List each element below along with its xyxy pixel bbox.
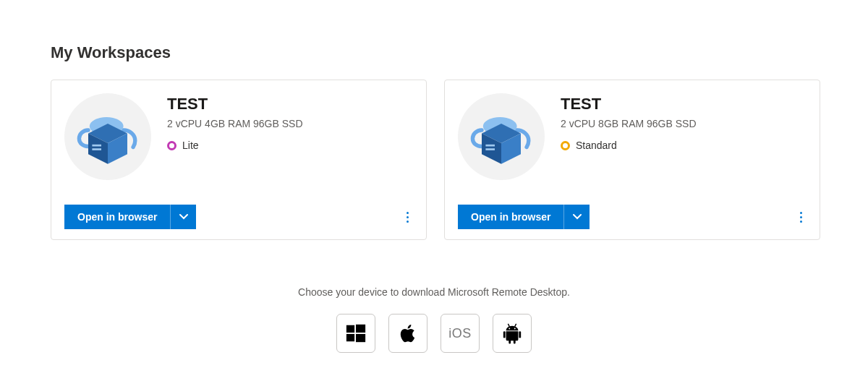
download-windows-button[interactable]: [336, 314, 375, 353]
svg-rect-18: [503, 331, 506, 338]
download-section: Choose your device to download Microsoft…: [51, 286, 817, 353]
workspace-card: TEST 2 vCPU 8GB RAM 96GB SSD Standard Op…: [444, 80, 820, 240]
svg-rect-13: [356, 325, 365, 333]
workspace-spec: 2 vCPU 4GB RAM 96GB SSD: [167, 118, 413, 129]
svg-rect-10: [485, 145, 495, 147]
svg-rect-4: [92, 145, 101, 147]
svg-line-20: [508, 324, 509, 327]
svg-rect-5: [92, 148, 101, 150]
download-prompt: Choose your device to download Microsoft…: [51, 286, 817, 298]
workspace-tier: Lite: [167, 140, 413, 151]
open-in-browser-button[interactable]: Open in browser: [64, 205, 170, 229]
workspace-card: TEST 2 vCPU 4GB RAM 96GB SSD Lite Open i…: [51, 80, 427, 240]
chevron-down-icon: [573, 213, 582, 221]
svg-rect-14: [346, 334, 354, 341]
windows-icon: [345, 322, 367, 344]
tier-label: Standard: [576, 140, 617, 151]
svg-rect-12: [346, 325, 354, 333]
platform-row: iOS: [51, 314, 817, 353]
workspace-name: TEST: [561, 95, 807, 114]
more-actions-button[interactable]: [402, 207, 413, 227]
open-options-dropdown-button[interactable]: [563, 205, 590, 229]
open-button-group: Open in browser: [458, 205, 590, 229]
download-macos-button[interactable]: [388, 314, 427, 353]
tier-indicator-icon: [167, 141, 176, 150]
svg-point-17: [514, 328, 516, 330]
open-options-dropdown-button[interactable]: [170, 205, 196, 229]
svg-rect-19: [519, 331, 521, 338]
open-in-browser-button[interactable]: Open in browser: [458, 205, 563, 229]
more-actions-button[interactable]: [796, 207, 807, 227]
workspace-icon: [458, 93, 545, 180]
tier-indicator-icon: [561, 141, 570, 150]
chevron-down-icon: [179, 213, 188, 221]
android-icon: [501, 322, 523, 344]
page-title: My Workspaces: [51, 43, 817, 62]
apple-icon: [397, 322, 419, 344]
workspace-icon: [64, 93, 151, 180]
download-ios-button[interactable]: iOS: [441, 314, 480, 353]
svg-point-16: [509, 328, 510, 330]
download-android-button[interactable]: [493, 314, 532, 353]
workspace-card-row: TEST 2 vCPU 4GB RAM 96GB SSD Lite Open i…: [51, 80, 817, 240]
tier-label: Lite: [182, 140, 199, 151]
workspace-spec: 2 vCPU 8GB RAM 96GB SSD: [561, 118, 807, 129]
ios-icon: iOS: [448, 326, 472, 341]
workspace-tier: Standard: [561, 140, 807, 151]
svg-line-21: [515, 324, 516, 327]
svg-rect-15: [356, 334, 365, 342]
svg-rect-11: [485, 148, 495, 150]
open-button-group: Open in browser: [64, 205, 196, 229]
workspace-name: TEST: [167, 95, 413, 114]
